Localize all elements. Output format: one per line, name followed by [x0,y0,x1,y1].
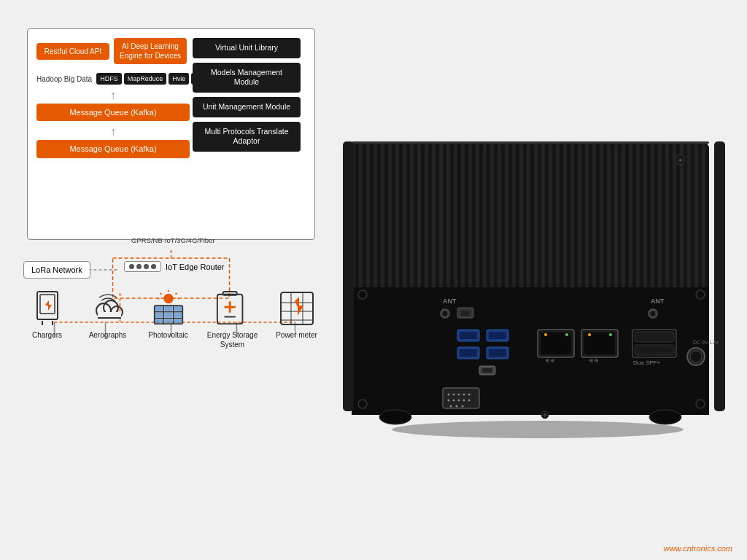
svg-rect-60 [343,141,354,411]
svg-rect-67 [489,332,506,339]
left-panel: Restful Cloud API AI Deep Learning Engin… [23,25,330,535]
svg-point-90 [544,333,547,336]
svg-point-115 [379,410,411,424]
multi-proto-block: Multi Protocols Translate Adaptor [193,122,301,152]
svg-rect-69 [460,349,477,357]
svg-text:⊕⊕: ⊕⊕ [545,357,555,364]
device-container: Dua SPF+ DC 9V-12V ANT ANT [330,127,738,433]
svg-point-77 [458,394,460,396]
mapreduce-chip: MapReduce [124,73,167,85]
lora-network-label: LoRa Network [31,265,82,274]
svg-text:⊕⊕: ⊕⊕ [589,357,599,364]
network-area: GPRS/NB-IoT/3G/4G/Fiber LoRa Network IoT… [23,249,326,530]
virtual-unit-block: Virtual Unit Library [193,38,301,58]
hvie-chip: Hvie [169,73,189,85]
svg-point-101 [690,351,702,362]
svg-line-21 [175,293,177,295]
svg-rect-63 [461,311,470,316]
hadoop-row: Hadoop Big Data HDFS MapReduce Hvie HBas… [36,73,190,85]
svg-line-23 [160,293,161,295]
router-dots [124,261,161,272]
aerograph-label: Aerographs [89,330,127,340]
svg-point-108 [651,311,655,316]
svg-rect-35 [174,313,182,318]
svg-rect-34 [164,313,173,318]
svg-point-83 [463,400,465,402]
svg-point-86 [456,405,458,408]
content-area: Restful Cloud API AI Deep Learning Engin… [23,25,724,535]
solar-label: Photovoltaic [148,330,187,340]
lora-network-box: LoRa Network [23,261,90,279]
svg-text:ANT: ANT [443,298,457,305]
svg-point-91 [565,333,568,336]
up-arrow-1: ↑ [36,89,190,102]
svg-point-81 [453,400,455,402]
svg-rect-98 [635,345,674,355]
svg-point-111 [358,400,367,408]
watermark: www.cntronics.com [664,544,732,553]
svg-point-95 [609,333,612,336]
svg-rect-74 [443,388,479,408]
icon-aerograph: Aerographs [84,289,131,340]
icon-battery: Energy Storage System [205,289,260,349]
dot-2 [136,264,142,269]
ai-engine-block: AI Deep Learning Engine for Devices [114,38,187,64]
svg-point-19 [163,294,173,303]
svg-rect-58 [352,386,709,415]
svg-rect-73 [482,368,492,373]
svg-point-75 [448,394,450,396]
svg-rect-65 [460,332,477,339]
icon-meter: Power meter [273,289,320,340]
svg-rect-44 [281,292,313,324]
iot-router-label: IoT Edge Router [166,262,225,271]
svg-point-82 [458,400,460,402]
svg-text:ANT: ANT [651,298,665,305]
svg-point-76 [453,394,455,396]
svg-rect-37 [164,319,173,323]
svg-rect-33 [155,313,163,318]
unit-mgmt-block: Unit Management Module [193,97,301,117]
svg-text:Dua SPF+: Dua SPF+ [633,359,660,366]
svg-rect-71 [489,349,506,357]
svg-point-50 [392,421,684,438]
svg-rect-36 [155,319,163,323]
hdfs-chip: HDFS [96,73,122,85]
battery-symbol [215,289,250,327]
arch-left-column: Restful Cloud API AI Deep Learning Engin… [36,38,190,163]
svg-point-85 [450,405,452,408]
charger-symbol [30,289,65,327]
message-queue-1-block: Message Queue (Kafka) [36,104,190,121]
svg-point-110 [696,290,705,299]
dot-4 [151,264,156,269]
gprs-label: GPRS/NB-IoT/3G/4G/Fiber [131,236,215,244]
svg-point-109 [358,290,367,299]
svg-point-105 [443,311,447,316]
device-svg: Dua SPF+ DC 9V-12V ANT ANT [330,127,738,440]
message-queue-2-block: Message Queue (Kafka) [36,140,190,158]
svg-rect-30 [155,306,163,311]
meter-label: Power meter [276,330,317,340]
battery-label: Energy Storage System [205,330,260,349]
svg-rect-59 [352,141,709,144]
svg-text:DC 9V-12V: DC 9V-12V [693,340,719,345]
restful-cloud-block: Restful Cloud API [36,43,109,60]
up-arrow-2: ↑ [36,125,190,139]
solar-symbol [151,289,186,327]
svg-point-116 [649,410,681,424]
svg-rect-40 [222,292,236,295]
svg-point-79 [468,394,471,396]
svg-rect-97 [635,332,674,342]
svg-text:✦: ✦ [678,157,684,164]
svg-rect-61 [714,141,725,411]
models-mgmt-block: Models Management Module [193,63,301,93]
svg-point-94 [588,333,591,336]
icon-charger: Chargers [23,289,71,340]
main-container: Restful Cloud API AI Deep Learning Engin… [0,0,747,560]
dot-1 [129,264,134,269]
hadoop-label: Hadoop Big Data [36,75,92,83]
icon-solar: Photovoltaic [144,289,192,340]
icons-row: Chargers [23,289,320,349]
meter-symbol [279,289,314,327]
iot-router: IoT Edge Router [124,261,225,272]
right-panel: Dua SPF+ DC 9V-12V ANT ANT [330,25,738,535]
